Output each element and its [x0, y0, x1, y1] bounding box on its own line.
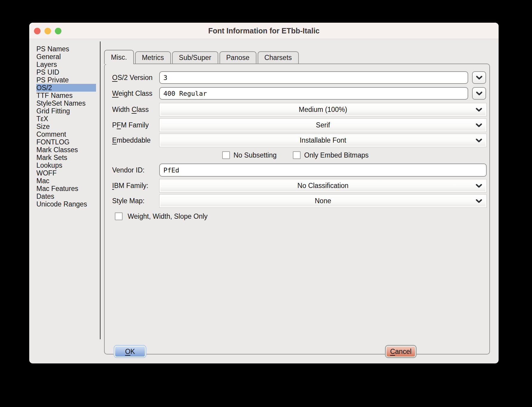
sidebar-item-t-x[interactable]: TεX	[36, 115, 96, 123]
weight-class-input[interactable]	[159, 87, 468, 100]
pfm-family-select[interactable]: Serif	[159, 118, 487, 132]
chevron-down-icon	[476, 199, 482, 203]
style-map-label: Style Map:	[112, 194, 145, 208]
sidebar-item-mark-sets[interactable]: Mark Sets	[36, 154, 96, 161]
font-information-window: Font Information for ETbb-Italic PS Name…	[29, 23, 499, 363]
sidebar-item-fontlog[interactable]: FONTLOG	[36, 138, 96, 146]
wws-only-label: Weight, Width, Slope Only	[128, 212, 208, 220]
no-subsetting-label: No Subsetting	[233, 151, 276, 159]
sidebar-item-styleset-names[interactable]: StyleSet Names	[36, 99, 96, 107]
sidebar-item-ttf-names[interactable]: TTF Names	[36, 92, 96, 99]
sidebar-item-mac[interactable]: Mac	[36, 177, 96, 185]
cancel-button[interactable]: Cancel	[386, 346, 416, 357]
chevron-down-icon	[476, 123, 482, 127]
sidebar-item-ps-private[interactable]: PS Private	[36, 76, 96, 84]
tab-metrics[interactable]: Metrics	[135, 51, 171, 64]
window-title: Font Information for ETbb-Italic	[29, 23, 499, 39]
cancel-button-ring: Cancel	[385, 345, 417, 358]
vendor-id-input[interactable]	[159, 164, 487, 177]
weight-class-label: Weight Class	[112, 87, 152, 100]
desktop-background: Font Information for ETbb-Italic PS Name…	[0, 0, 532, 407]
ok-button-ring: OK	[114, 345, 146, 358]
dialog-content: PS NamesGeneralLayersPS UIDPS PrivateOS/…	[29, 39, 499, 363]
style-map-select[interactable]: None	[159, 194, 487, 208]
sidebar-item-general[interactable]: General	[36, 53, 96, 61]
pfm-family-label: PFM Family	[112, 118, 149, 132]
wws-only-checkbox[interactable]	[115, 212, 123, 220]
only-embed-bitmaps-label: Only Embed Bitmaps	[304, 151, 369, 159]
sidebar-item-ps-names[interactable]: PS Names	[36, 45, 96, 53]
embeddable-label: Embeddable	[112, 134, 151, 147]
sidebar-item-size[interactable]: Size	[36, 123, 96, 130]
titlebar[interactable]: Font Information for ETbb-Italic	[29, 23, 499, 39]
tab-bar: Misc.MetricsSub/SuperPanoseCharsets	[104, 49, 300, 64]
ok-button[interactable]: OK	[115, 346, 146, 357]
tab-misc[interactable]: Misc.	[104, 50, 134, 64]
category-list: PS NamesGeneralLayersPS UIDPS PrivateOS/…	[29, 45, 100, 208]
chevron-down-icon	[476, 76, 482, 80]
chevron-down-icon	[476, 92, 482, 95]
sidebar-item-ps-uid[interactable]: PS UID	[36, 68, 96, 76]
tab-sub-super[interactable]: Sub/Super	[172, 51, 218, 64]
sidebar-item-unicode-ranges[interactable]: Unicode Ranges	[36, 200, 96, 208]
tab-charsets[interactable]: Charsets	[258, 51, 299, 64]
os2-version-input[interactable]	[159, 71, 468, 84]
sidebar-item-mark-classes[interactable]: Mark Classes	[36, 146, 96, 154]
sidebar-item-comment[interactable]: Comment	[36, 130, 96, 138]
ibm-family-select[interactable]: No Classification	[159, 179, 487, 192]
os2-version-label: OS/2 Version	[112, 71, 153, 84]
vendor-id-label: Vendor ID:	[112, 164, 145, 177]
width-class-select[interactable]: Medium (100%)	[159, 103, 487, 116]
only-embed-bitmaps-checkbox[interactable]	[293, 151, 301, 159]
chevron-down-icon	[476, 138, 482, 142]
sidebar-item-lookups[interactable]: Lookups	[36, 161, 96, 169]
chevron-down-icon	[476, 108, 482, 112]
sidebar-item-mac-features[interactable]: Mac Features	[36, 185, 96, 192]
tab-panose[interactable]: Panose	[219, 51, 256, 64]
width-class-label: Width Class	[112, 103, 149, 116]
sidebar-item-layers[interactable]: Layers	[36, 61, 96, 68]
sidebar-item-grid-fitting[interactable]: Grid Fitting	[36, 107, 96, 115]
embeddable-select[interactable]: Installable Font	[159, 134, 487, 147]
sidebar-item-woff[interactable]: WOFF	[36, 169, 96, 177]
sidebar-item-dates[interactable]: Dates	[36, 192, 96, 200]
sidebar-divider	[100, 41, 100, 339]
chevron-down-icon	[476, 184, 482, 188]
no-subsetting-checkbox[interactable]	[222, 151, 230, 159]
os2-version-dropdown-button[interactable]	[472, 71, 486, 84]
ibm-family-label: IBM Family:	[112, 179, 148, 192]
weight-class-dropdown-button[interactable]	[472, 87, 486, 100]
sidebar-item-os-2[interactable]: OS/2	[36, 84, 96, 92]
